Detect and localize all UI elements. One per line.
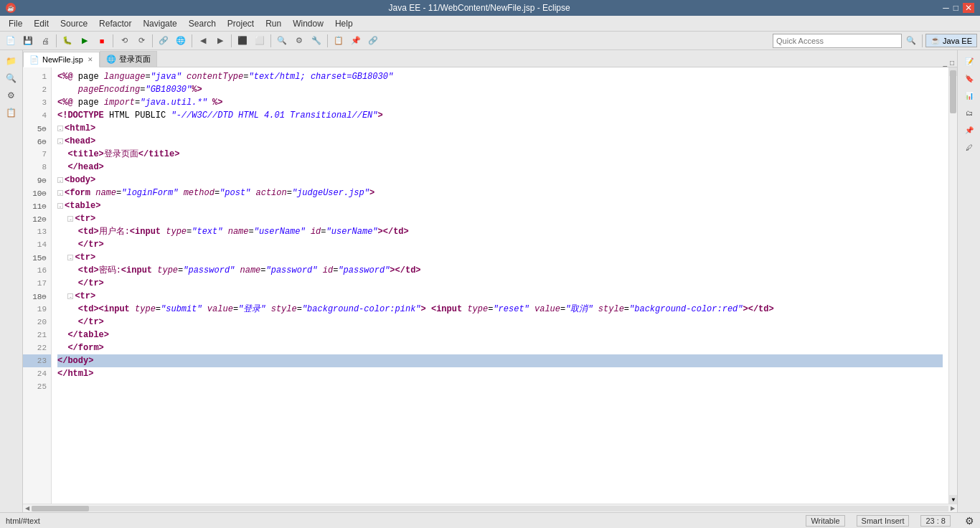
editor-scrollbar[interactable]: ▲ ▼ bbox=[948, 67, 957, 504]
print-button[interactable]: 🖨 bbox=[37, 33, 53, 49]
menu-navigate[interactable]: Navigate bbox=[137, 16, 182, 31]
toolbar-btn-4[interactable]: 🌐 bbox=[173, 33, 189, 49]
tab-newfile[interactable]: 📄 NewFile.jsp ✕ bbox=[23, 52, 100, 67]
tab-newfile-label: NewFile.jsp bbox=[42, 55, 83, 64]
sidebar-left-search-icon[interactable]: 🔍 bbox=[4, 70, 19, 86]
fold-11[interactable]: - bbox=[57, 203, 63, 209]
toolbar-btn-14[interactable]: 🔗 bbox=[365, 33, 381, 49]
perspective-button[interactable]: ☕ Java EE bbox=[925, 34, 977, 47]
quick-access-input[interactable] bbox=[773, 34, 902, 48]
toolbar-btn-1[interactable]: ⟲ bbox=[116, 33, 132, 49]
code-line-3: <%@ page import="java.util.*" %> bbox=[57, 96, 943, 109]
toolbar-btn-11[interactable]: 🔧 bbox=[308, 33, 324, 49]
toolbar-btn-2[interactable]: ⟳ bbox=[133, 33, 149, 49]
toolbar-btn-3[interactable]: 🔗 bbox=[156, 33, 171, 49]
code-line-18: -<tr> bbox=[57, 290, 943, 303]
code-editor[interactable]: 1 2 3 4 5⊖ 6⊖ 7 8 9⊖ 10⊖ 11⊖ 12⊖ 13 14 1… bbox=[23, 67, 957, 504]
debug-button[interactable]: 🐛 bbox=[60, 33, 75, 49]
code-line-20: </tr> bbox=[57, 316, 943, 329]
code-line-19: <td><input type="submit" value="登录" styl… bbox=[57, 303, 943, 316]
scroll-down-btn[interactable]: ▼ bbox=[949, 495, 957, 504]
toolbar-btn-12[interactable]: 📋 bbox=[331, 33, 347, 49]
sidebar-right-icon-1[interactable]: 📝 bbox=[961, 53, 977, 69]
line-num-14: 14 bbox=[23, 238, 51, 251]
separator-3 bbox=[152, 34, 153, 47]
tab-loginpage[interactable]: 🌐 登录页面 bbox=[100, 51, 157, 67]
toolbar-btn-7[interactable]: ⬛ bbox=[235, 33, 250, 49]
menu-run[interactable]: Run bbox=[260, 16, 287, 31]
h-scroll-thumb[interactable] bbox=[32, 506, 89, 512]
toolbar: 📄 💾 🖨 🐛 ▶ ■ ⟲ ⟳ 🔗 🌐 ◀ ▶ ⬛ ⬜ 🔍 ⚙ 🔧 📋 📌 🔗 … bbox=[0, 32, 980, 50]
menu-file[interactable]: File bbox=[3, 16, 28, 31]
fold-10[interactable]: - bbox=[57, 190, 63, 196]
tab-maximize-icon[interactable]: □ bbox=[950, 59, 954, 67]
h-scroll-left-btn[interactable]: ◀ bbox=[23, 504, 32, 513]
menu-refactor[interactable]: Refactor bbox=[93, 16, 137, 31]
sidebar-right-icon-2[interactable]: 🔖 bbox=[961, 70, 977, 86]
code-content[interactable]: <%@ page language="java" contentType="te… bbox=[52, 67, 948, 504]
toolbar-btn-6[interactable]: ▶ bbox=[212, 33, 228, 49]
perspective-icon: ☕ bbox=[930, 36, 941, 45]
editor-area: 📄 NewFile.jsp ✕ 🌐 登录页面 _ □ 1 2 3 4 5⊖ 6⊖ bbox=[23, 50, 957, 512]
line-num-1: 1 bbox=[23, 70, 51, 83]
fold-15[interactable]: - bbox=[67, 255, 73, 260]
separator-1 bbox=[56, 34, 57, 47]
toolbar-btn-10[interactable]: ⚙ bbox=[291, 33, 307, 49]
stop-button[interactable]: ■ bbox=[94, 33, 110, 49]
run-button[interactable]: ▶ bbox=[77, 33, 93, 49]
toolbar-search-btn[interactable]: 🔍 bbox=[274, 33, 290, 49]
fold-12[interactable]: - bbox=[67, 216, 73, 222]
status-bar: html/#text Writable Smart Insert 23 : 8 … bbox=[0, 512, 980, 528]
tab-minimize-icon[interactable]: _ bbox=[943, 59, 947, 67]
line-num-8: 8 bbox=[23, 161, 51, 174]
fold-5[interactable]: - bbox=[57, 126, 63, 131]
code-line-5: -<html> bbox=[57, 122, 943, 135]
toolbar-btn-8[interactable]: ⬜ bbox=[252, 33, 268, 49]
perspective-label: Java EE bbox=[943, 37, 972, 45]
menu-project[interactable]: Project bbox=[222, 16, 260, 31]
sidebar-right-icon-4[interactable]: 🗂 bbox=[961, 105, 977, 121]
save-button[interactable]: 💾 bbox=[20, 33, 36, 49]
tab-newfile-icon: 📄 bbox=[29, 55, 39, 65]
sidebar-right-icon-3[interactable]: 📊 bbox=[961, 88, 977, 103]
status-position: 23 : 8 bbox=[920, 515, 951, 527]
code-line-16: <td>密码:<input type="password" name="pass… bbox=[57, 264, 943, 277]
sidebar-left-explorer-icon[interactable]: 📁 bbox=[4, 53, 19, 69]
editor-tabs: 📄 NewFile.jsp ✕ 🌐 登录页面 _ □ bbox=[23, 50, 957, 67]
sidebar-left-tasks-icon[interactable]: 📋 bbox=[4, 105, 19, 121]
h-scroll-track[interactable] bbox=[32, 506, 948, 512]
fold-9[interactable]: - bbox=[57, 177, 63, 183]
new-button[interactable]: 📄 bbox=[3, 33, 19, 49]
code-line-13: <td>用户名:<input type="text" name="userNam… bbox=[57, 225, 943, 238]
line-num-19: 19 bbox=[23, 303, 51, 316]
code-line-12: -<tr> bbox=[57, 212, 943, 225]
sidebar-left-settings-icon[interactable]: ⚙ bbox=[4, 88, 19, 103]
fold-6[interactable]: - bbox=[57, 138, 63, 144]
menu-source[interactable]: Source bbox=[55, 16, 93, 31]
separator-4 bbox=[192, 34, 192, 47]
toolbar-btn-13[interactable]: 📌 bbox=[348, 33, 364, 49]
line-num-11: 11⊖ bbox=[23, 199, 51, 212]
scrollbar-thumb[interactable] bbox=[950, 70, 956, 113]
status-settings-icon[interactable]: ⚙ bbox=[965, 515, 974, 527]
right-sidebar: 📝 🔖 📊 🗂 📌 🖊 bbox=[957, 50, 980, 512]
sidebar-right-icon-5[interactable]: 📌 bbox=[961, 122, 977, 138]
tab-newfile-close[interactable]: ✕ bbox=[88, 56, 93, 63]
code-line-14: </tr> bbox=[57, 238, 943, 251]
minimize-btn[interactable]: ─ bbox=[943, 3, 949, 13]
close-btn[interactable]: ✕ bbox=[963, 3, 974, 13]
status-insert-mode: Smart Insert bbox=[857, 515, 910, 527]
maximize-btn[interactable]: □ bbox=[953, 3, 958, 13]
fold-18[interactable]: - bbox=[67, 293, 73, 299]
line-num-20: 20 bbox=[23, 316, 51, 329]
code-line-8: </head> bbox=[57, 161, 943, 174]
menu-search[interactable]: Search bbox=[183, 16, 222, 31]
sidebar-right-icon-6[interactable]: 🖊 bbox=[961, 139, 977, 155]
line-num-3: 3 bbox=[23, 96, 51, 109]
menu-edit[interactable]: Edit bbox=[28, 16, 55, 31]
menu-window[interactable]: Window bbox=[287, 16, 329, 31]
toolbar-btn-5[interactable]: ◀ bbox=[195, 33, 211, 49]
h-scroll-right-btn[interactable]: ▶ bbox=[948, 504, 957, 513]
code-line-4: <!DOCTYPE HTML PUBLIC "-//W3C//DTD HTML … bbox=[57, 109, 943, 122]
menu-help[interactable]: Help bbox=[329, 16, 359, 31]
